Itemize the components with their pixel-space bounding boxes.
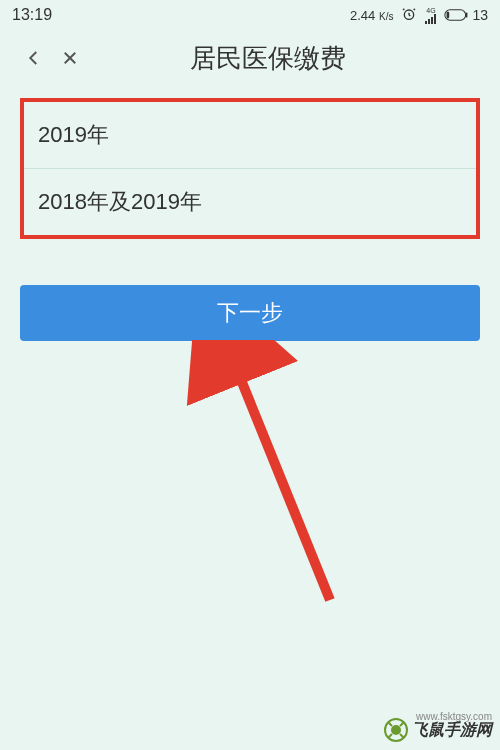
svg-point-9 xyxy=(391,725,401,735)
svg-rect-2 xyxy=(466,12,468,17)
year-option-2018-2019[interactable]: 2018年及2019年 xyxy=(24,169,476,235)
svg-line-7 xyxy=(235,365,330,600)
battery-percent: 13 xyxy=(472,7,488,23)
watermark-text: 飞鼠手游网 xyxy=(412,720,492,741)
next-button-label: 下一步 xyxy=(217,298,283,328)
watermark-logo-icon xyxy=(384,718,408,742)
battery-icon: 13 xyxy=(444,7,488,23)
chevron-left-icon xyxy=(25,49,43,67)
status-right: 2.44 K/s 4G 13 xyxy=(52,6,488,25)
alarm-icon xyxy=(401,6,417,25)
close-icon xyxy=(61,49,79,67)
app-header: 居民医保缴费 xyxy=(0,30,500,86)
status-bar: 13:19 2.44 K/s 4G 13 xyxy=(0,0,500,30)
next-button[interactable]: 下一步 xyxy=(20,285,480,341)
signal-icon: 4G xyxy=(425,7,436,24)
annotation-arrow xyxy=(70,340,350,620)
svg-rect-3 xyxy=(447,12,450,19)
page-title: 居民医保缴费 xyxy=(88,41,448,76)
watermark: 飞鼠手游网 xyxy=(384,718,492,742)
content-area: 2019年 2018年及2019年 下一步 xyxy=(0,86,500,353)
year-option-group: 2019年 2018年及2019年 xyxy=(20,98,480,239)
network-speed: 2.44 K/s xyxy=(350,8,393,23)
close-button[interactable] xyxy=(52,40,88,76)
back-button[interactable] xyxy=(16,40,52,76)
year-option-2019[interactable]: 2019年 xyxy=(24,102,476,169)
status-time: 13:19 xyxy=(12,6,52,24)
